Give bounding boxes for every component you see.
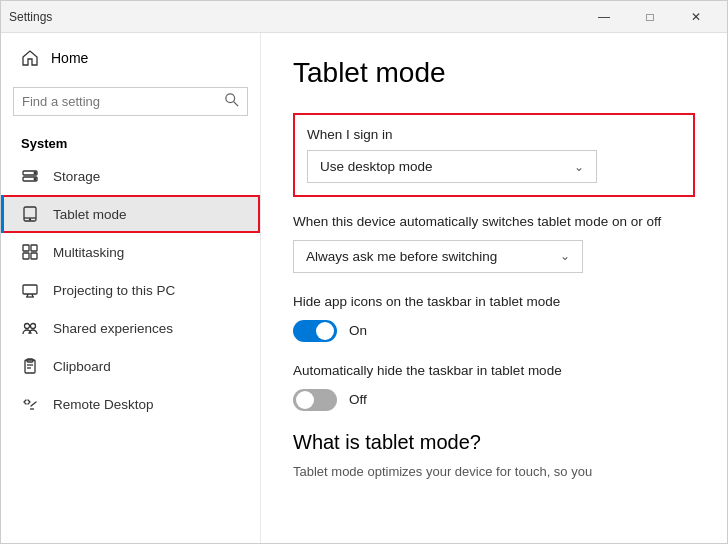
- sidebar-label-storage: Storage: [53, 169, 100, 184]
- storage-icon: [21, 167, 39, 185]
- sidebar-label-multitasking: Multitasking: [53, 245, 124, 260]
- title-bar: Settings — □ ✕: [1, 1, 727, 33]
- hide-icons-section: Hide app icons on the taskbar in tablet …: [293, 293, 695, 342]
- sign-in-dropdown-value: Use desktop mode: [320, 159, 433, 174]
- what-section: What is tablet mode? Tablet mode optimiz…: [293, 431, 695, 482]
- svg-point-0: [226, 94, 235, 103]
- svg-point-4: [34, 172, 36, 174]
- settings-window: Settings — □ ✕ Home: [0, 0, 728, 544]
- search-box[interactable]: [13, 87, 248, 116]
- sidebar-section-title: System: [1, 128, 260, 157]
- multitasking-icon: [21, 243, 39, 261]
- toggle-thumb-2: [296, 391, 314, 409]
- tablet-mode-icon: [21, 205, 39, 223]
- auto-hide-section: Automatically hide the taskbar in tablet…: [293, 362, 695, 411]
- close-button[interactable]: ✕: [673, 1, 719, 33]
- what-desc: Tablet mode optimizes your device for to…: [293, 462, 695, 482]
- window-title: Settings: [9, 10, 52, 24]
- projecting-icon: [21, 281, 39, 299]
- auto-hide-label: Automatically hide the taskbar in tablet…: [293, 362, 695, 381]
- hide-icons-toggle-row: On: [293, 320, 695, 342]
- auto-switch-dropdown[interactable]: Always ask me before switching ⌄: [293, 240, 583, 273]
- auto-hide-toggle[interactable]: [293, 389, 337, 411]
- minimize-button[interactable]: —: [581, 1, 627, 33]
- hide-icons-toggle[interactable]: [293, 320, 337, 342]
- window-controls: — □ ✕: [581, 1, 719, 33]
- auto-switch-label: When this device automatically switches …: [293, 213, 695, 232]
- svg-rect-10: [31, 245, 37, 251]
- sidebar-item-shared-experiences[interactable]: Shared experiences: [1, 309, 260, 347]
- sidebar: Home System: [1, 33, 261, 543]
- svg-point-8: [30, 219, 31, 220]
- chevron-down-icon-2: ⌄: [560, 249, 570, 263]
- home-label: Home: [51, 50, 88, 66]
- svg-rect-13: [23, 285, 37, 294]
- sidebar-label-shared-experiences: Shared experiences: [53, 321, 173, 336]
- svg-point-5: [34, 178, 36, 180]
- sidebar-label-projecting: Projecting to this PC: [53, 283, 175, 298]
- content-area: Home System: [1, 33, 727, 543]
- hide-icons-toggle-label: On: [349, 323, 367, 338]
- auto-hide-toggle-label: Off: [349, 392, 367, 407]
- auto-hide-toggle-row: Off: [293, 389, 695, 411]
- search-input[interactable]: [22, 94, 219, 109]
- search-icon: [225, 93, 239, 110]
- svg-rect-9: [23, 245, 29, 251]
- home-icon: [21, 49, 39, 67]
- sidebar-label-clipboard: Clipboard: [53, 359, 111, 374]
- svg-rect-12: [31, 253, 37, 259]
- sidebar-label-remote-desktop: Remote Desktop: [53, 397, 154, 412]
- svg-point-17: [25, 324, 30, 329]
- sidebar-label-tablet-mode: Tablet mode: [53, 207, 127, 222]
- sidebar-item-multitasking[interactable]: Multitasking: [1, 233, 260, 271]
- sign-in-section: When I sign in Use desktop mode ⌄: [293, 113, 695, 197]
- page-title: Tablet mode: [293, 57, 695, 89]
- sidebar-item-storage[interactable]: Storage: [1, 157, 260, 195]
- main-content: Tablet mode When I sign in Use desktop m…: [261, 33, 727, 543]
- maximize-button[interactable]: □: [627, 1, 673, 33]
- toggle-thumb: [316, 322, 334, 340]
- auto-switch-dropdown-value: Always ask me before switching: [306, 249, 497, 264]
- hide-icons-label: Hide app icons on the taskbar in tablet …: [293, 293, 695, 312]
- remote-desktop-icon: [21, 395, 39, 413]
- sidebar-item-clipboard[interactable]: Clipboard: [1, 347, 260, 385]
- sign-in-dropdown[interactable]: Use desktop mode ⌄: [307, 150, 597, 183]
- sign-in-label: When I sign in: [307, 127, 681, 142]
- shared-experiences-icon: [21, 319, 39, 337]
- clipboard-icon: [21, 357, 39, 375]
- sidebar-item-remote-desktop[interactable]: Remote Desktop: [1, 385, 260, 423]
- svg-rect-11: [23, 253, 29, 259]
- sidebar-item-tablet-mode[interactable]: Tablet mode: [1, 195, 260, 233]
- svg-line-1: [234, 102, 238, 106]
- what-title: What is tablet mode?: [293, 431, 695, 454]
- sidebar-item-projecting[interactable]: Projecting to this PC: [1, 271, 260, 309]
- chevron-down-icon: ⌄: [574, 160, 584, 174]
- sidebar-item-home[interactable]: Home: [1, 33, 260, 83]
- svg-point-18: [31, 324, 36, 329]
- auto-switch-section: When this device automatically switches …: [293, 213, 695, 273]
